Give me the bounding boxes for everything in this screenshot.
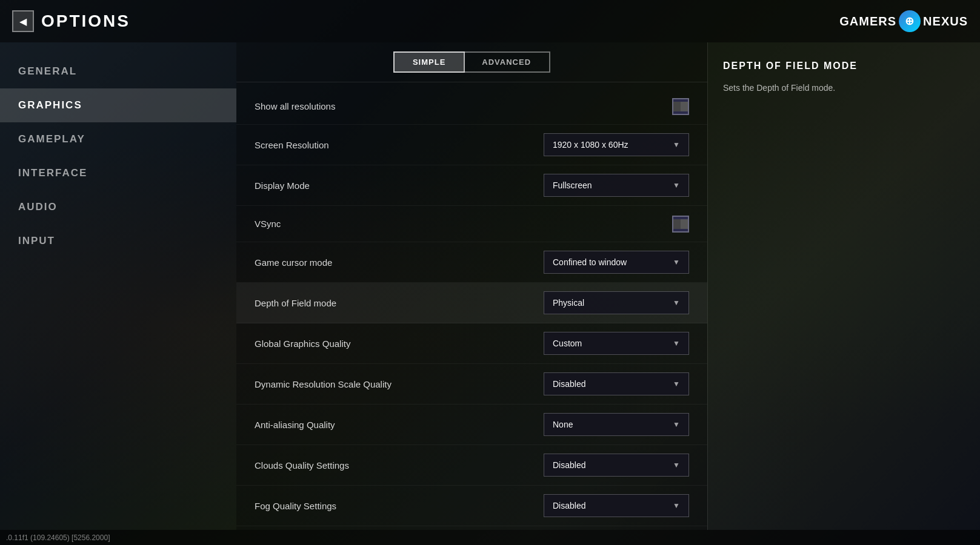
chevron-down-icon: ▼ [673, 380, 680, 388]
dropdown-anti-aliasing-value: None [553, 420, 573, 429]
setting-row-anti-aliasing: Anti-aliasing Quality None ▼ [236, 405, 707, 445]
setting-row-dynamic-resolution: Dynamic Resolution Scale Quality Disable… [236, 364, 707, 405]
setting-control-anti-aliasing: None ▼ [544, 413, 689, 436]
dropdown-global-graphics-quality-value: Custom [553, 339, 582, 348]
setting-row-game-cursor-mode: Game cursor mode Confined to window ▼ [236, 242, 707, 283]
dropdown-dynamic-resolution[interactable]: Disabled ▼ [544, 372, 689, 395]
tab-bar: SIMPLE ADVANCED [236, 42, 707, 82]
settings-panel: SIMPLE ADVANCED Show all resolutions Scr… [236, 42, 707, 530]
dropdown-game-cursor-mode-value: Confined to window [553, 257, 627, 267]
main-content: GENERAL GRAPHICS GAMEPLAY INTERFACE AUDI… [0, 42, 980, 530]
setting-row-display-mode: Display Mode Fullscreen ▼ [236, 165, 707, 206]
setting-label-show-all-resolutions: Show all resolutions [255, 101, 672, 111]
chevron-down-icon: ▼ [673, 501, 680, 510]
chevron-down-icon: ▼ [673, 181, 680, 190]
top-bar: ◀ OPTIONS GAMERS ⊕ NEXUS [0, 0, 980, 42]
dropdown-depth-of-field-mode-value: Physical [553, 298, 584, 308]
dropdown-fog-quality[interactable]: Disabled ▼ [544, 494, 689, 517]
chevron-down-icon: ▼ [673, 140, 680, 149]
back-arrow-icon: ◀ [12, 10, 34, 32]
back-button[interactable]: ◀ OPTIONS [12, 10, 130, 32]
setting-control-game-cursor-mode: Confined to window ▼ [544, 251, 689, 274]
setting-label-game-cursor-mode: Game cursor mode [255, 257, 544, 268]
chevron-down-icon: ▼ [673, 461, 680, 469]
dropdown-anti-aliasing[interactable]: None ▼ [544, 413, 689, 436]
setting-control-depth-of-field-mode: Physical ▼ [544, 291, 689, 314]
setting-label-depth-of-field-mode: Depth of Field mode [255, 298, 544, 308]
dropdown-dynamic-resolution-value: Disabled [553, 379, 585, 389]
sidebar-item-audio[interactable]: AUDIO [0, 190, 236, 224]
dropdown-screen-resolution[interactable]: 1920 x 1080 x 60Hz ▼ [544, 133, 689, 156]
setting-label-display-mode: Display Mode [255, 180, 544, 191]
chevron-down-icon: ▼ [673, 420, 680, 429]
tab-advanced[interactable]: ADVANCED [464, 53, 549, 71]
setting-label-clouds-quality: Clouds Quality Settings [255, 460, 544, 471]
dropdown-global-graphics-quality[interactable]: Custom ▼ [544, 332, 689, 355]
setting-control-fog-quality: Disabled ▼ [544, 494, 689, 517]
tab-simple[interactable]: SIMPLE [393, 51, 465, 73]
setting-label-global-graphics-quality: Global Graphics Quality [255, 339, 544, 349]
info-panel: DEPTH OF FIELD MODE Sets the Depth of Fi… [707, 42, 980, 530]
dropdown-clouds-quality[interactable]: Disabled ▼ [544, 454, 689, 477]
setting-control-vsync [672, 216, 689, 233]
setting-control-global-graphics-quality: Custom ▼ [544, 332, 689, 355]
tab-group: SIMPLE ADVANCED [393, 51, 550, 73]
chevron-down-icon: ▼ [673, 339, 680, 348]
setting-control-screen-resolution: 1920 x 1080 x 60Hz ▼ [544, 133, 689, 156]
info-panel-title: DEPTH OF FIELD MODE [723, 61, 965, 71]
setting-label-dynamic-resolution: Dynamic Resolution Scale Quality [255, 379, 544, 389]
setting-row-show-all-resolutions: Show all resolutions [236, 88, 707, 125]
logo: GAMERS ⊕ NEXUS [839, 10, 968, 32]
setting-label-vsync: VSync [255, 219, 672, 229]
sidebar-item-general[interactable]: GENERAL [0, 54, 236, 88]
setting-row-screen-resolution: Screen Resolution 1920 x 1080 x 60Hz ▼ [236, 125, 707, 165]
logo-text-right: NEXUS [923, 15, 968, 28]
info-panel-text: Sets the Depth of Field mode. [723, 81, 965, 94]
logo-text-left: GAMERS [839, 15, 896, 28]
chevron-down-icon: ▼ [673, 258, 680, 266]
sidebar-item-interface[interactable]: INTERFACE [0, 156, 236, 190]
page-title: OPTIONS [41, 12, 130, 31]
status-text: .0.11f1 (109.24605) [5256.2000] [6, 533, 110, 542]
setting-row-fog-quality: Fog Quality Settings Disabled ▼ [236, 486, 707, 526]
logo-globe-icon: ⊕ [899, 10, 921, 32]
setting-row-depth-of-field-mode: Depth of Field mode Physical ▼ [236, 283, 707, 323]
setting-label-screen-resolution: Screen Resolution [255, 140, 544, 150]
sidebar-item-gameplay[interactable]: GAMEPLAY [0, 122, 236, 156]
dropdown-game-cursor-mode[interactable]: Confined to window ▼ [544, 251, 689, 274]
sidebar-item-input[interactable]: INPUT [0, 224, 236, 258]
settings-list: Show all resolutions Screen Resolution 1… [236, 82, 707, 530]
setting-label-fog-quality: Fog Quality Settings [255, 501, 544, 511]
status-bar: .0.11f1 (109.24605) [5256.2000] [0, 530, 980, 545]
dropdown-depth-of-field-mode[interactable]: Physical ▼ [544, 291, 689, 314]
sidebar-item-graphics[interactable]: GRAPHICS [0, 88, 236, 122]
setting-control-dynamic-resolution: Disabled ▼ [544, 372, 689, 395]
setting-control-display-mode: Fullscreen ▼ [544, 174, 689, 197]
setting-control-clouds-quality: Disabled ▼ [544, 454, 689, 477]
chevron-down-icon: ▼ [673, 299, 680, 307]
setting-row-clouds-quality: Clouds Quality Settings Disabled ▼ [236, 445, 707, 486]
checkbox-vsync[interactable] [672, 216, 689, 233]
dropdown-fog-quality-value: Disabled [553, 501, 585, 510]
checkbox-show-all-resolutions[interactable] [672, 98, 689, 115]
sidebar: GENERAL GRAPHICS GAMEPLAY INTERFACE AUDI… [0, 42, 236, 530]
dropdown-clouds-quality-value: Disabled [553, 460, 585, 470]
setting-control-show-all-resolutions [672, 98, 689, 115]
setting-row-global-graphics-quality: Global Graphics Quality Custom ▼ [236, 323, 707, 364]
dropdown-display-mode[interactable]: Fullscreen ▼ [544, 174, 689, 197]
setting-label-anti-aliasing: Anti-aliasing Quality [255, 420, 544, 430]
setting-row-vsync: VSync [236, 206, 707, 242]
dropdown-display-mode-value: Fullscreen [553, 180, 592, 190]
dropdown-screen-resolution-value: 1920 x 1080 x 60Hz [553, 140, 628, 150]
